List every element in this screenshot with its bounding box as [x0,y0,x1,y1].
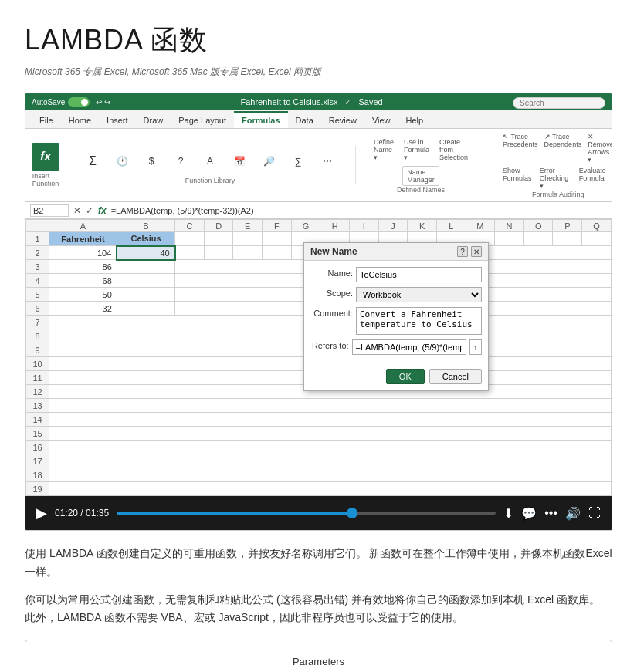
progress-bar[interactable] [117,512,496,515]
col-header-h[interactable]: H [320,220,350,232]
cell-a2[interactable]: 104 [49,246,117,260]
cell-b3[interactable] [117,260,174,274]
col-header-l[interactable]: L [436,220,466,232]
col-header-k[interactable]: K [408,220,437,232]
name-input[interactable] [356,267,482,282]
download-icon[interactable]: ⬇ [503,506,513,521]
content-section: 使用 LAMBDA 函数创建自定义的可重用函数，并按友好名称调用它们。 新函数可… [25,545,612,627]
dialog-title: New Name [310,246,357,257]
cell-a5[interactable]: 50 [49,288,117,302]
define-name-btn[interactable]: Define Name ▾ [370,137,398,163]
comment-textarea[interactable]: Convert a Fahrenheit temperature to Cels… [356,307,482,335]
trace-dependents-btn[interactable]: ↗ Trace Dependents [542,132,584,164]
trace-precedents-btn[interactable]: ↖ Trace Precedents [500,132,540,164]
cell-b2[interactable]: 40 [117,246,174,260]
cell-e2[interactable] [233,246,263,260]
use-in-formula-btn[interactable]: Use in Formula ▾ [400,137,433,163]
dialog-close-btn[interactable]: ✕ [471,246,482,257]
dialog-help-btn[interactable]: ? [457,246,468,257]
dialog-cancel-btn[interactable]: Cancel [429,369,482,384]
date-btn[interactable]: 📅 [225,146,253,177]
cell-c2[interactable] [175,246,205,260]
cell-q1[interactable] [582,232,612,246]
tab-home[interactable]: Home [61,113,99,128]
col-header-p[interactable]: P [553,220,582,232]
refers-input[interactable] [352,339,466,355]
tab-insert[interactable]: Insert [99,113,136,128]
cell-d1[interactable] [204,232,233,246]
cell-reference[interactable]: B2 [30,204,69,217]
remove-arrows-btn[interactable]: ✕ Remove Arrows ▾ [585,132,612,164]
tab-pagelayout[interactable]: Page Layout [171,113,234,128]
name-manager-btn[interactable]: NameManager [402,166,439,186]
table-row: 14 [26,413,612,427]
lookup-btn[interactable]: 🔎 [255,146,283,177]
cell-f1[interactable] [263,232,292,246]
corner-cell [26,220,49,232]
create-from-selection-btn[interactable]: Create from Selection [435,137,472,163]
error-checking-btn[interactable]: Error Checking ▾ [537,166,575,191]
autosum-btn[interactable]: Σ [79,146,107,177]
paragraph-2: 你可以为常用公式创建函数，无需复制和粘贴此公式 (这很容易出错) 并有效地将你自… [25,591,612,628]
cell-a6[interactable]: 32 [49,302,117,316]
dialog-ok-btn[interactable]: OK [386,369,425,384]
col-header-a[interactable]: A [49,220,117,232]
cell-f2[interactable] [263,246,292,260]
dialog-footer: OK Cancel [304,366,488,390]
new-name-dialog[interactable]: New Name ? ✕ Name: Scope: Workbook [303,242,489,391]
more-options-icon[interactable]: ••• [544,506,557,520]
col-header-g[interactable]: G [291,220,320,232]
text-btn[interactable]: A [196,146,224,177]
cell-b6[interactable] [117,302,174,316]
fullscreen-icon[interactable]: ⛶ [588,506,601,520]
col-header-q[interactable]: Q [582,220,612,232]
cell-n1[interactable] [495,232,524,246]
row-num-2: 2 [26,246,49,260]
chat-icon[interactable]: 💬 [521,506,537,521]
scope-select[interactable]: Workbook [356,287,482,302]
tab-view[interactable]: View [364,113,398,128]
cell-a4[interactable]: 68 [49,274,117,288]
col-header-n[interactable]: N [495,220,524,232]
cell-e1[interactable] [233,232,263,246]
tab-draw[interactable]: Draw [136,113,171,128]
col-header-c[interactable]: C [175,220,205,232]
col-header-o[interactable]: O [523,220,553,232]
math-btn[interactable]: ∑ [284,146,312,177]
tab-help[interactable]: Help [398,113,432,128]
col-header-j[interactable]: J [378,220,408,232]
cell-b1[interactable]: Celsius [117,232,174,246]
show-formulas-btn[interactable]: Show Formulas [500,166,536,191]
tab-file[interactable]: File [32,113,61,128]
collapse-btn[interactable]: ↑ [469,339,482,355]
cell-b5[interactable] [117,288,174,302]
cell-o1[interactable] [523,232,553,246]
col-header-e[interactable]: E [233,220,263,232]
col-header-i[interactable]: I [350,220,379,232]
col-header-b[interactable]: B [117,220,174,232]
recently-used-btn[interactable]: 🕐 [108,146,136,177]
cell-a1[interactable]: Fahrenheit [49,232,117,246]
table-row: 13 [26,399,612,413]
volume-icon[interactable]: 🔊 [565,506,581,521]
col-header-f[interactable]: F [263,220,292,232]
insert-function-btn[interactable]: fx [32,143,59,171]
logical-btn[interactable]: ? [167,146,195,177]
tab-review[interactable]: Review [321,113,364,128]
cell-p1[interactable] [553,232,582,246]
excel-search[interactable] [513,96,605,109]
row-num-1: 1 [26,232,49,246]
cell-b4[interactable] [117,274,174,288]
col-header-m[interactable]: M [466,220,495,232]
cell-d2[interactable] [204,246,233,260]
cell-c1[interactable] [175,232,205,246]
evaluate-formula-btn[interactable]: Evaluate Formula [577,166,612,191]
col-header-d[interactable]: D [204,220,233,232]
financial-btn[interactable]: $ [137,146,165,177]
tab-formulas[interactable]: Formulas [234,111,288,128]
table-row: 17 [26,454,612,468]
tab-data[interactable]: Data [288,113,321,128]
more-btn[interactable]: ⋯ [313,146,341,177]
play-button[interactable]: ▶ [36,505,47,522]
cell-a3[interactable]: 86 [49,260,117,274]
